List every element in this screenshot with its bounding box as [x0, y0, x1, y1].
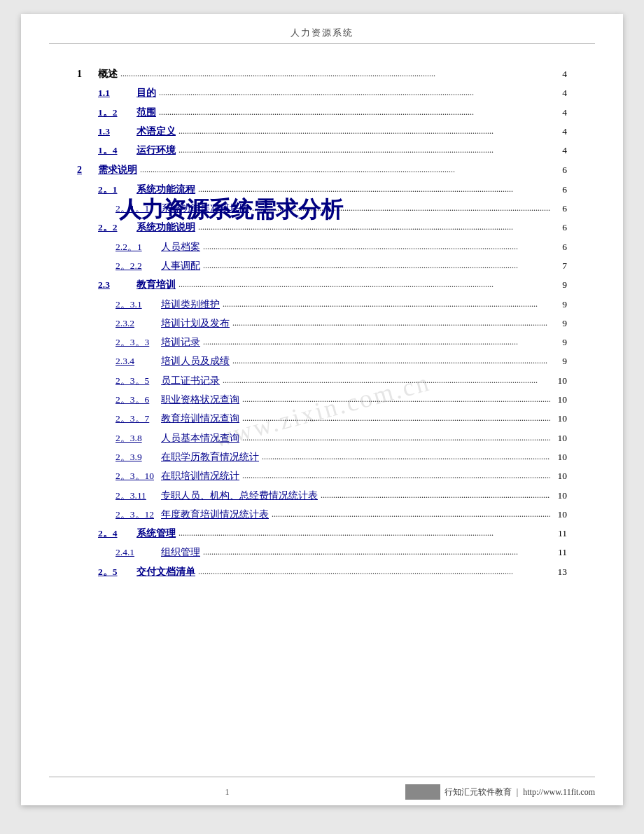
toc-entry[interactable]: 2需求说明6 [77, 161, 567, 179]
toc-dots [242, 467, 550, 484]
toc-title[interactable]: 员工证书记录 [161, 373, 220, 389]
toc-number[interactable]: 2。3。3 [115, 334, 161, 351]
toc-title[interactable]: 培训记录 [161, 334, 200, 351]
toc-entry[interactable]: 2。3.9在职学历教育情况统计10 [77, 449, 567, 466]
toc-number[interactable]: 2.3.4 [115, 353, 161, 370]
toc-entry[interactable]: 1.1目的4 [77, 85, 567, 102]
toc-number[interactable]: 2。4 [98, 525, 136, 542]
toc-title[interactable]: 组织管理 [161, 544, 200, 561]
toc-title[interactable]: 教育培训 [136, 277, 176, 293]
toc-title[interactable]: 交付文档清单 [136, 564, 195, 581]
toc-entry[interactable]: 2。1系统功能流程6 [77, 181, 567, 198]
toc-title[interactable]: 培训类别维护 [161, 296, 220, 313]
toc-title[interactable]: 教育培训情况查询 [161, 410, 239, 427]
toc-page-number: 4 [553, 66, 567, 83]
toc-number[interactable]: 2。3。10 [115, 468, 161, 485]
footer-company: 行知汇元软件教育 | http://www.11fit.com [444, 786, 595, 798]
toc-number[interactable]: 1。4 [98, 142, 136, 159]
toc-entry[interactable]: 1.3术语定义4 [77, 123, 567, 140]
toc-page-number: 10 [553, 487, 567, 504]
toc-number[interactable]: 2。3。7 [115, 410, 161, 427]
toc-page-number: 10 [553, 430, 567, 447]
toc-title[interactable]: 系统功能流程 [136, 181, 195, 198]
toc-page-number: 9 [553, 277, 567, 293]
toc-number[interactable]: 2。3.8 [115, 430, 161, 447]
toc-page-number: 10 [553, 506, 567, 523]
toc-page-number: 4 [553, 123, 567, 140]
toc-title[interactable]: 人员档案 [161, 239, 200, 256]
toc-number[interactable]: 2。2.2 [115, 258, 161, 274]
toc-number[interactable]: 2。1 [98, 181, 136, 198]
toc-number[interactable]: 2。2 [98, 219, 136, 236]
toc-number: 1 [77, 65, 98, 83]
toc-number[interactable]: 2。3.11 [115, 487, 161, 504]
toc-title[interactable]: 专职人员、机构、总经费情况统计表 [161, 487, 318, 504]
toc-title[interactable]: 系统功能层次模块图 [161, 200, 249, 217]
toc-number[interactable]: 2 [77, 161, 98, 179]
toc-number[interactable]: 2.3.2 [115, 315, 161, 332]
toc-number[interactable]: 2。1。1 [115, 200, 161, 217]
toc-title[interactable]: 培训计划及发布 [161, 315, 230, 332]
toc-entry[interactable]: 1。2范围4 [77, 104, 567, 121]
toc-page-number: 10 [553, 410, 567, 427]
toc-number[interactable]: 2。3。12 [115, 506, 161, 523]
toc-entry[interactable]: 2。4系统管理11 [77, 525, 567, 542]
toc-page-number: 6 [553, 200, 567, 217]
toc-entry[interactable]: 2.4.1组织管理11 [77, 544, 567, 561]
toc-page-number: 6 [553, 181, 567, 198]
toc-entry[interactable]: 2。3。7教育培训情况查询10 [77, 410, 567, 427]
toc-number[interactable]: 2.3 [98, 277, 136, 293]
toc-page-number: 10 [553, 449, 567, 466]
toc-title[interactable]: 范围 [136, 104, 156, 121]
toc-entry[interactable]: 2。3。6职业资格状况查询10 [77, 391, 567, 408]
toc-entry[interactable]: 2.2。1人员档案6 [77, 239, 567, 256]
toc-entry[interactable]: 2。3。12年度教育培训情况统计表10 [77, 506, 567, 523]
toc-number[interactable]: 2。5 [98, 564, 136, 581]
toc-title[interactable]: 职业资格状况查询 [161, 391, 239, 408]
toc-entry[interactable]: 2。1。1系统功能层次模块图6 [77, 200, 567, 217]
toc-title[interactable]: 人事调配 [161, 258, 200, 274]
toc-entry[interactable]: 2。3.8人员基本情况查询10 [77, 430, 567, 447]
toc-dots [262, 448, 550, 465]
toc-page-number: 9 [553, 315, 567, 332]
toc-number[interactable]: 2。3.9 [115, 449, 161, 466]
toc-title[interactable]: 运行环境 [136, 142, 176, 159]
toc-title[interactable]: 需求说明 [98, 161, 137, 179]
toc-number[interactable]: 2。3。6 [115, 391, 161, 408]
toc-page-number: 6 [553, 219, 567, 236]
toc-title[interactable]: 系统功能说明 [136, 219, 195, 236]
toc-entry[interactable]: 2。3.1培训类别维护9 [77, 296, 567, 313]
toc-dots [198, 181, 550, 197]
toc-number[interactable]: 1.3 [98, 123, 136, 140]
page-content: www.zixin.com.cn 人力资源系统需求分析 1概述41.1目的41。… [21, 44, 623, 777]
toc-number[interactable]: 2.2。1 [115, 239, 161, 256]
toc-number[interactable]: 1。2 [98, 104, 136, 121]
toc-dots [120, 65, 550, 82]
toc-entry[interactable]: 2。3。10在职培训情况统计10 [77, 468, 567, 485]
toc-title[interactable]: 系统管理 [136, 525, 176, 542]
toc-entry[interactable]: 2.3教育培训9 [77, 277, 567, 293]
toc-title[interactable]: 在职培训情况统计 [161, 468, 239, 485]
toc-dots [242, 391, 550, 408]
toc-title[interactable]: 年度教育培训情况统计表 [161, 506, 269, 523]
toc-title[interactable]: 在职学历教育情况统计 [161, 449, 259, 466]
toc-title[interactable]: 目的 [136, 85, 156, 102]
toc-entry[interactable]: 2。3。3培训记录9 [77, 334, 567, 351]
toc-entry[interactable]: 2。3.11专职人员、机构、总经费情况统计表10 [77, 487, 567, 504]
toc-entry[interactable]: 2。2系统功能说明6 [77, 219, 567, 236]
toc-entry[interactable]: 2.3.2培训计划及发布9 [77, 315, 567, 332]
toc-entry[interactable]: 1。4运行环境4 [77, 142, 567, 159]
toc-dots [159, 84, 550, 101]
toc-entry[interactable]: 2。2.2人事调配7 [77, 258, 567, 274]
toc-title[interactable]: 培训人员及成绩 [161, 353, 230, 370]
toc-entry[interactable]: 2。3。5员工证书记录10 [77, 373, 567, 389]
toc-title[interactable]: 术语定义 [136, 123, 176, 140]
toc-dots [178, 524, 550, 541]
toc-title[interactable]: 人员基本情况查询 [161, 430, 239, 447]
toc-entry[interactable]: 2.3.4培训人员及成绩9 [77, 353, 567, 370]
toc-number[interactable]: 2.4.1 [115, 544, 161, 561]
toc-number[interactable]: 2。3。5 [115, 373, 161, 389]
toc-number[interactable]: 2。3.1 [115, 296, 161, 313]
toc-number[interactable]: 1.1 [98, 85, 136, 102]
toc-entry[interactable]: 2。5交付文档清单13 [77, 564, 567, 581]
